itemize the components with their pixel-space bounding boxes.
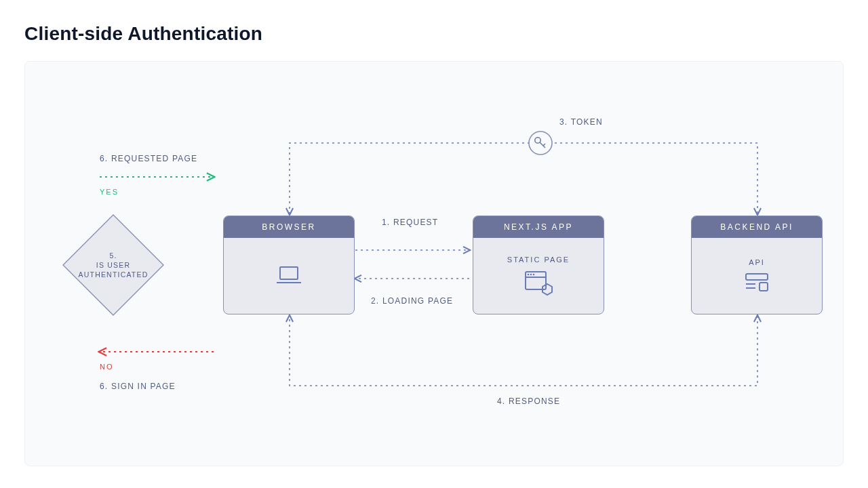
card-backend: BACKEND API API [691, 216, 823, 314]
laptop-icon [274, 264, 304, 287]
decision-line1: 5. [109, 251, 117, 260]
card-backend-sub: API [749, 258, 765, 266]
label-step6a: 6. REQUESTED PAGE [100, 154, 197, 163]
svg-point-8 [528, 274, 530, 276]
label-step2: 2. LOADING PAGE [371, 296, 453, 306]
decision-diamond: 5. IS USER AUTHENTICATED [59, 211, 167, 319]
card-browser-header: BROWSER [224, 216, 354, 238]
svg-point-10 [533, 274, 535, 276]
api-icon [742, 272, 772, 293]
card-nextjs: NEXT.JS APP STATIC PAGE [473, 216, 604, 314]
card-backend-header: BACKEND API [692, 216, 822, 238]
conn-response [290, 316, 757, 386]
svg-rect-4 [280, 267, 298, 279]
label-step4: 4. RESPONSE [497, 396, 560, 406]
label-no: NO [100, 363, 114, 371]
decision-line3: AUTHENTICATED [79, 270, 149, 279]
card-nextjs-header: NEXT.JS APP [473, 216, 604, 238]
diagram-canvas: 1. REQUEST 2. LOADING PAGE 3. TOKEN 4. R… [24, 61, 844, 466]
card-nextjs-sub: STATIC PAGE [507, 256, 570, 264]
label-step3: 3. TOKEN [559, 117, 603, 127]
svg-rect-12 [746, 274, 768, 280]
label-yes: YES [100, 188, 119, 196]
svg-rect-15 [760, 283, 768, 291]
page-title: Client-side Authentication [24, 23, 262, 45]
card-browser: BROWSER [223, 216, 355, 314]
decision-line2: IS USER [96, 261, 130, 269]
static-page-icon [521, 269, 555, 296]
svg-point-9 [530, 274, 532, 276]
conn-token [290, 143, 757, 214]
label-step6b: 6. SIGN IN PAGE [100, 382, 176, 391]
label-step1: 1. REQUEST [382, 218, 438, 227]
